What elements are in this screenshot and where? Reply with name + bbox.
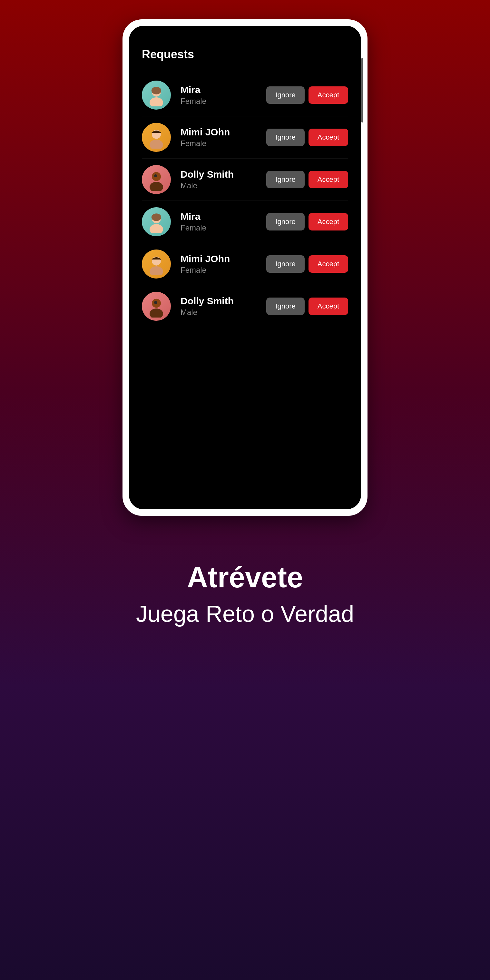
ignore-button-6[interactable]: Ignore <box>266 298 304 315</box>
svg-point-1 <box>150 97 163 107</box>
user-info-5: Mimi JOhn Female <box>181 253 266 275</box>
phone-notch <box>213 26 277 35</box>
accept-button-1[interactable]: Accept <box>309 86 348 104</box>
action-buttons-2: Ignore Accept <box>266 129 348 146</box>
request-item-1: Mira Female Ignore Accept <box>142 74 348 116</box>
svg-point-12 <box>150 266 163 275</box>
user-name-1: Mira <box>181 84 266 95</box>
accept-button-3[interactable]: Accept <box>309 171 348 188</box>
accept-button-4[interactable]: Accept <box>309 213 348 231</box>
svg-point-9 <box>150 224 163 233</box>
ignore-button-5[interactable]: Ignore <box>266 255 304 273</box>
user-gender-1: Female <box>181 97 266 106</box>
request-item-4: Mira Female Ignore Accept <box>142 201 348 243</box>
avatar-dolly-1 <box>142 165 171 194</box>
svg-point-2 <box>151 87 161 94</box>
svg-point-10 <box>151 213 161 221</box>
svg-point-6 <box>150 182 163 191</box>
action-buttons-4: Ignore Accept <box>266 213 348 231</box>
user-info-3: Dolly Smith Male <box>181 169 266 190</box>
bottom-text-section: Atrévete Juega Reto o Verdad <box>0 542 490 646</box>
action-buttons-6: Ignore Accept <box>266 298 348 315</box>
user-info-2: Mimi JOhn Female <box>181 127 266 148</box>
user-gender-3: Male <box>181 181 266 190</box>
phone-wrapper: Requests Mira Female Ignore Accept <box>123 19 368 516</box>
accept-button-5[interactable]: Accept <box>309 255 348 273</box>
phone-inner: Requests Mira Female Ignore Accept <box>129 26 361 509</box>
request-item-3: Dolly Smith Male Ignore Accept <box>142 159 348 201</box>
avatar-mimi-2 <box>142 250 171 278</box>
ignore-button-3[interactable]: Ignore <box>266 171 304 188</box>
user-info-6: Dolly Smith Male <box>181 296 266 317</box>
user-name-3: Dolly Smith <box>181 169 266 180</box>
requests-section: Requests Mira Female Ignore Accept <box>129 35 361 347</box>
accept-button-2[interactable]: Accept <box>309 129 348 146</box>
headline-subtitle: Juega Reto o Verdad <box>13 601 477 627</box>
headline-title: Atrévete <box>13 561 477 594</box>
user-name-5: Mimi JOhn <box>181 253 266 264</box>
requests-title: Requests <box>142 48 348 61</box>
ignore-button-1[interactable]: Ignore <box>266 86 304 104</box>
svg-point-4 <box>150 140 163 149</box>
user-gender-4: Female <box>181 223 266 232</box>
user-info-4: Mira Female <box>181 211 266 232</box>
request-item-5: Mimi JOhn Female Ignore Accept <box>142 243 348 285</box>
request-item-6: Dolly Smith Male Ignore Accept <box>142 285 348 327</box>
ignore-button-4[interactable]: Ignore <box>266 213 304 231</box>
user-name-6: Dolly Smith <box>181 296 266 307</box>
request-item-2: Mimi JOhn Female Ignore Accept <box>142 116 348 159</box>
avatar-mira-1 <box>142 81 171 110</box>
user-gender-2: Female <box>181 139 266 148</box>
action-buttons-1: Ignore Accept <box>266 86 348 104</box>
user-gender-5: Female <box>181 266 266 275</box>
avatar-dolly-2 <box>142 292 171 321</box>
svg-point-15 <box>154 301 157 304</box>
user-name-2: Mimi JOhn <box>181 127 266 138</box>
ignore-button-2[interactable]: Ignore <box>266 129 304 146</box>
action-buttons-3: Ignore Accept <box>266 171 348 188</box>
svg-point-7 <box>154 174 157 177</box>
user-gender-6: Male <box>181 308 266 317</box>
avatar-mira-2 <box>142 207 171 236</box>
action-buttons-5: Ignore Accept <box>266 255 348 273</box>
user-info-1: Mira Female <box>181 84 266 106</box>
accept-button-6[interactable]: Accept <box>309 298 348 315</box>
user-name-4: Mira <box>181 211 266 222</box>
avatar-mimi-1 <box>142 123 171 152</box>
svg-point-14 <box>150 309 163 318</box>
